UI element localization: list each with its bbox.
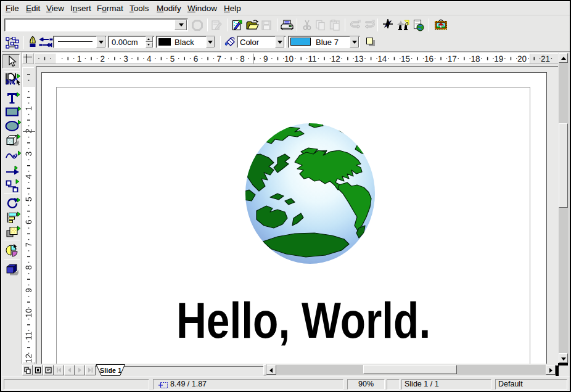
svg-text:19: 19 — [494, 54, 503, 63]
svg-text:12: 12 — [331, 54, 340, 63]
svg-text:7: 7 — [216, 54, 221, 63]
svg-text:14: 14 — [377, 54, 387, 63]
svg-text:5: 5 — [170, 54, 175, 63]
svg-text:6: 6 — [24, 219, 33, 224]
svg-text:8: 8 — [24, 265, 33, 270]
svg-text:3: 3 — [123, 54, 128, 63]
svg-text:15: 15 — [401, 54, 410, 63]
svg-text:3: 3 — [24, 152, 33, 157]
svg-text:18: 18 — [470, 54, 480, 63]
svg-text:9: 9 — [24, 288, 33, 293]
svg-text:8: 8 — [240, 54, 245, 63]
svg-text:4: 4 — [147, 54, 152, 63]
svg-text:10: 10 — [284, 54, 294, 63]
svg-text:17: 17 — [448, 54, 457, 63]
svg-text:13: 13 — [354, 54, 363, 63]
svg-text:5: 5 — [24, 197, 33, 202]
svg-text:11: 11 — [308, 54, 316, 63]
svg-text:7: 7 — [24, 242, 33, 247]
svg-text:1: 1 — [77, 54, 82, 63]
svg-text:6: 6 — [194, 54, 199, 63]
svg-text:10: 10 — [24, 308, 33, 317]
svg-text:9: 9 — [263, 54, 268, 63]
svg-text:21: 21 — [541, 54, 550, 63]
svg-text:20: 20 — [517, 54, 527, 63]
svg-text:11: 11 — [24, 332, 33, 340]
svg-text:12: 12 — [24, 354, 33, 362]
svg-text:4: 4 — [24, 174, 33, 179]
svg-text:1: 1 — [24, 106, 33, 111]
svg-text:2: 2 — [100, 54, 105, 63]
svg-text:16: 16 — [424, 54, 433, 63]
